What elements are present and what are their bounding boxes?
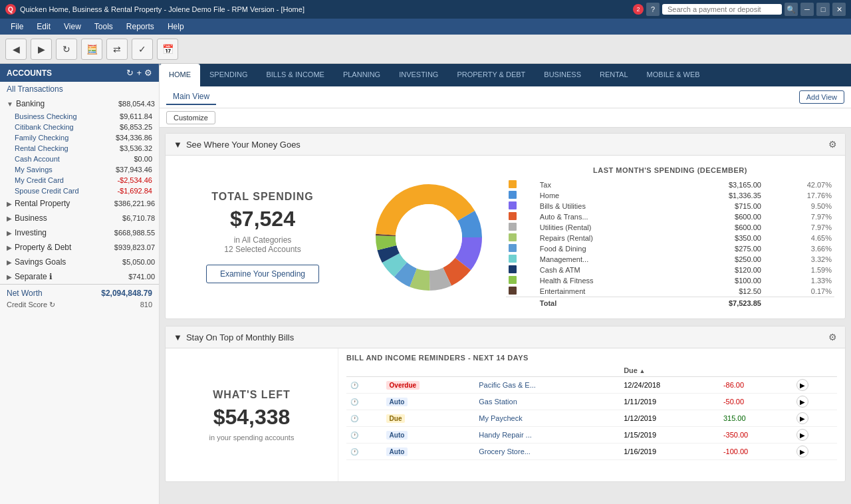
account-item-my-credit-card[interactable]: My Credit Card -$2,534.46 [0, 175, 159, 186]
spending-settings-icon[interactable]: ⚙ [828, 139, 837, 150]
calendar-button[interactable]: 📅 [157, 39, 178, 60]
bill-date: 1/11/2019 [620, 394, 719, 410]
sidebar-header-actions: ↻ + ⚙ [126, 68, 152, 78]
savings-goals-group-header[interactable]: ▶ Savings Goals $5,050.00 [0, 255, 159, 269]
bill-date: 1/12/2019 [620, 410, 719, 427]
examine-spending-button[interactable]: Examine Your Spending [206, 265, 319, 283]
legend-cat-amount: $100.00 [675, 275, 764, 286]
bill-action-btn[interactable]: ▶ [796, 429, 808, 441]
legend-row: Food & Dining $275.00 3.66% [506, 243, 834, 254]
legend-cat-pct: 3.66% [764, 243, 834, 254]
legend-cat-amount: $600.00 [675, 222, 764, 233]
minimize-button[interactable]: ─ [800, 3, 814, 16]
menu-edit[interactable]: Edit [30, 21, 57, 33]
bills-table: Due 🕐 Overdue Pacific Gas & E... 12/24/2… [346, 364, 837, 460]
menu-help[interactable]: Help [161, 21, 191, 33]
notification-badge[interactable]: 2 [633, 4, 644, 15]
transfer-button[interactable]: ⇄ [106, 39, 128, 60]
account-item-rental-checking[interactable]: Rental Checking $3,536.32 [0, 143, 159, 154]
account-settings-button[interactable]: ⚙ [144, 68, 152, 78]
tab-spending[interactable]: SPENDING [200, 64, 257, 86]
bill-payee[interactable]: My Paycheck [479, 414, 522, 422]
legend-cat-pct: 7.97% [764, 211, 834, 222]
legend-cat-amount: $3,165.00 [675, 180, 764, 190]
maximize-button[interactable]: □ [816, 3, 830, 16]
tab-mobile-web[interactable]: MOBILE & WEB [638, 64, 709, 86]
account-item-business-checking[interactable]: Business Checking $9,611.84 [0, 111, 159, 122]
add-account-button[interactable]: + [136, 68, 142, 78]
bill-action-btn[interactable]: ▶ [796, 445, 808, 457]
refresh-button[interactable]: ↻ [56, 39, 77, 60]
col-due[interactable]: Due [620, 364, 719, 377]
legend-cat-name: Utilities (Rental) [537, 222, 675, 233]
bill-date: 1/16/2019 [620, 443, 719, 460]
bill-payee[interactable]: Grocery Store... [479, 447, 531, 455]
account-name: Cash Account [15, 155, 134, 163]
add-view-button[interactable]: Add View [799, 90, 844, 104]
legend-cat-pct: 3.32% [764, 254, 834, 265]
close-button[interactable]: ✕ [832, 3, 846, 16]
bill-clock-icon: 🕐 [350, 415, 358, 422]
all-transactions-link[interactable]: All Transactions [0, 82, 159, 96]
search-input[interactable] [662, 4, 782, 15]
rental-property-group-header[interactable]: ▶ Rental Property $386,221.96 [0, 196, 159, 211]
menu-file[interactable]: File [4, 21, 30, 33]
legend-swatch-cell [506, 201, 537, 211]
sub-tab-main-view[interactable]: Main View [166, 89, 216, 105]
investing-arrow: ▶ [7, 229, 12, 237]
business-group-total: $6,710.78 [122, 214, 155, 222]
search-button[interactable]: 🔍 [785, 3, 798, 16]
legend-cat-amount: $600.00 [675, 211, 764, 222]
tab-rental[interactable]: RENTAL [590, 64, 638, 86]
menu-reports[interactable]: Reports [120, 21, 161, 33]
account-item-spouse-credit-card[interactable]: Spouse Credit Card -$1,692.84 [0, 186, 159, 196]
investing-group-total: $668,988.55 [114, 229, 155, 237]
tab-investing[interactable]: INVESTING [390, 64, 447, 86]
account-item-family-checking[interactable]: Family Checking $34,336.86 [0, 132, 159, 143]
reconcile-button[interactable]: ✓ [132, 39, 153, 60]
tab-business[interactable]: BUSINESS [535, 64, 590, 86]
separate-group-header[interactable]: ▶ Separate ℹ $741.00 [0, 269, 159, 284]
forward-button[interactable]: ▶ [31, 39, 52, 60]
account-name: Business Checking [15, 112, 120, 120]
bill-action-btn[interactable]: ▶ [796, 412, 808, 424]
account-item-savings[interactable]: My Savings $37,943.46 [0, 164, 159, 175]
whats-left-label: WHAT'S LEFT [213, 389, 291, 401]
bill-payee[interactable]: Pacific Gas & E... [479, 381, 536, 389]
legend-swatch-cell [506, 243, 537, 254]
tab-planning[interactable]: PLANNING [334, 64, 390, 86]
spending-collapse-btn[interactable]: ▼ [174, 140, 182, 150]
spending-sub-1: in All Categories [234, 235, 292, 245]
account-item-cash[interactable]: Cash Account $0.00 [0, 154, 159, 164]
spending-title-text: See Where Your Money Goes [186, 140, 301, 150]
business-group-header[interactable]: ▶ Business $6,710.78 [0, 211, 159, 225]
account-item-citibank-checking[interactable]: Citibank Checking $6,853.25 [0, 122, 159, 132]
tab-bills-income[interactable]: BILLS & INCOME [257, 64, 333, 86]
tab-home[interactable]: HOME [160, 64, 200, 86]
bill-action-btn[interactable]: ▶ [796, 379, 808, 391]
help-button[interactable]: ? [646, 3, 660, 16]
savings-goals-arrow: ▶ [7, 259, 12, 266]
customize-button[interactable]: Customize [166, 111, 215, 124]
bill-payee[interactable]: Handy Repair ... [479, 431, 531, 439]
investing-group-header[interactable]: ▶ Investing $668,988.55 [0, 225, 159, 240]
bill-row: 🕐 Auto Grocery Store... 1/16/2019 -100.0… [346, 443, 837, 460]
bills-collapse-btn[interactable]: ▼ [174, 332, 182, 342]
spending-legend: LAST MONTH'S SPENDING (DECEMBER) Tax $3,… [506, 166, 834, 308]
property-debt-group-header[interactable]: ▶ Property & Debt $939,823.07 [0, 240, 159, 255]
banking-group-header[interactable]: ▼ Banking $88,054.43 [0, 96, 159, 111]
bill-row: 🕐 Auto Handy Repair ... 1/15/2019 -350.0… [346, 427, 837, 443]
bill-payee[interactable]: Gas Station [479, 398, 517, 406]
refresh-accounts-button[interactable]: ↻ [126, 68, 134, 78]
account-balance: $0.00 [134, 155, 152, 163]
customize-bar: Customize [160, 108, 851, 128]
back-button[interactable]: ◀ [5, 39, 27, 60]
savings-goals-group-name: Savings Goals [15, 257, 122, 267]
legend-cat-pct: 1.59% [764, 265, 834, 275]
tab-property-debt[interactable]: PROPERTY & DEBT [447, 64, 535, 86]
bill-action-btn[interactable]: ▶ [796, 396, 808, 408]
menu-view[interactable]: View [57, 21, 88, 33]
bills-settings-icon[interactable]: ⚙ [828, 332, 837, 342]
menu-tools[interactable]: Tools [88, 21, 120, 33]
calculator-button[interactable]: 🧮 [81, 39, 102, 60]
